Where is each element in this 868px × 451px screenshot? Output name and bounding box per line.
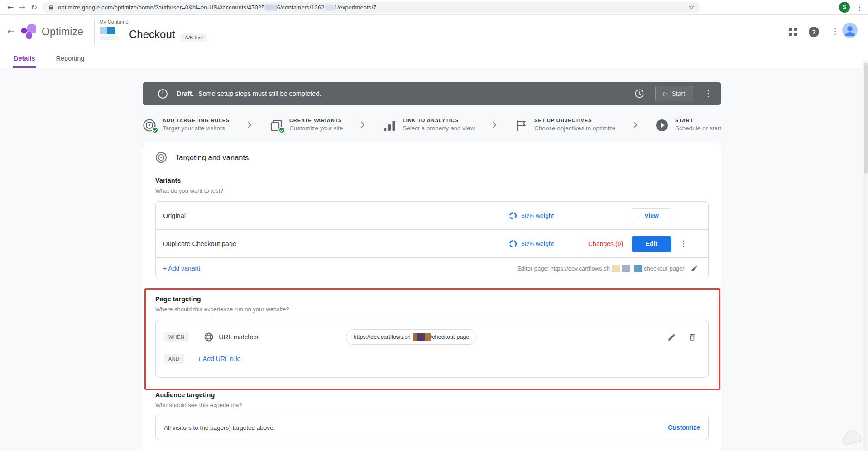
view-button[interactable]: View <box>632 208 671 223</box>
edit-rule-icon[interactable] <box>667 333 676 342</box>
step-subtitle: Choose objectives to optimize <box>534 125 615 132</box>
product-name[interactable]: Optimize <box>42 26 83 38</box>
redacted-domain <box>622 265 630 272</box>
play-circle-icon <box>655 119 669 132</box>
page-targeting-subheading: Where should this experience run on your… <box>155 306 709 313</box>
header-divider <box>94 19 95 45</box>
step-subtitle: Schedule or start <box>675 125 721 132</box>
draft-status-banner: ! Draft. Some setup steps must still be … <box>143 82 721 105</box>
url-text: optimize.google.com/optimize/home/?authu… <box>58 4 689 11</box>
user-avatar[interactable] <box>842 23 858 38</box>
scrollbar-thumb[interactable] <box>864 63 868 174</box>
container-name-label[interactable]: My Container <box>99 19 130 24</box>
add-url-rule-link[interactable]: + Add URL rule <box>198 355 241 362</box>
url-rule-row: WHEN URL matches https://dev.cartflows.s… <box>164 329 700 345</box>
row-divider <box>577 237 577 251</box>
step-title: ADD TARGETING RULES <box>163 118 230 123</box>
variants-footer: + Add variant Editor page: https://dev.c… <box>156 258 708 279</box>
schedule-clock-icon[interactable] <box>634 89 644 99</box>
done-check-icon <box>278 127 285 133</box>
browser-reload-icon[interactable]: ↻ <box>28 1 40 13</box>
banner-menu-icon[interactable]: ⋮ <box>704 90 712 98</box>
optimize-logo-icon[interactable] <box>20 24 37 43</box>
customize-link[interactable]: Customize <box>668 424 700 431</box>
back-arrow-icon[interactable]: ← <box>7 26 14 36</box>
header-menu-icon[interactable]: ⋮ <box>831 28 839 35</box>
variants-box: Original 50% weight View Duplicate Check… <box>155 201 709 279</box>
weight-pie-icon <box>509 212 517 220</box>
lock-icon <box>48 5 54 10</box>
play-outline-icon: ▷ <box>663 90 667 97</box>
page-targeting-heading: Page targeting <box>155 295 709 303</box>
vertical-scrollbar[interactable] <box>863 60 868 451</box>
start-button[interactable]: ▷ Start <box>655 86 693 101</box>
tab-details[interactable]: Details <box>13 55 36 68</box>
apps-grid-icon[interactable] <box>789 28 797 36</box>
variants-heading: Variants <box>155 177 709 184</box>
step-chevron-icon <box>475 121 514 128</box>
step-chevron-icon <box>230 121 269 128</box>
add-variant-link[interactable]: + Add variant <box>163 265 200 272</box>
variant-row-original: Original 50% weight View <box>156 202 708 230</box>
bookmark-star-icon[interactable]: ☆ <box>689 3 695 11</box>
variants-subheading: What do you want to test? <box>155 187 709 194</box>
step-link-to-analytics[interactable]: LINK TO ANALYTICSSelect a property and v… <box>383 118 475 132</box>
redacted-account-id <box>265 5 277 10</box>
step-start[interactable]: STARTSchedule or start <box>655 118 721 132</box>
info-icon: ! <box>158 89 168 99</box>
variant-weight-link[interactable]: 50% weight <box>509 212 577 220</box>
cloud-icon <box>841 430 862 448</box>
card-title: Targeting and variants <box>175 153 249 162</box>
step-subtitle: Target your site visitors <box>163 125 230 132</box>
browser-menu-icon[interactable]: ⋮ <box>856 4 863 11</box>
redacted-url <box>425 333 431 341</box>
audience-value: All visitors to the page(s) targeted abo… <box>164 424 275 431</box>
step-set-up-objectives[interactable]: SET UP OBJECTIVESChoose objectives to op… <box>514 118 615 132</box>
browser-profile-avatar[interactable]: S <box>839 2 850 13</box>
step-chevron-icon <box>615 121 655 128</box>
redacted-container-id <box>325 5 334 10</box>
editor-page-line: Editor page: https://dev.cartflows.sh ch… <box>517 265 698 272</box>
address-bar[interactable]: optimize.google.com/optimize/home/?authu… <box>43 2 700 13</box>
step-chevron-icon <box>343 121 383 128</box>
experiment-title: Checkout <box>129 28 175 41</box>
variant-row-duplicate: Duplicate Checkout page 50% weight Chang… <box>156 230 708 258</box>
browser-toolbar-right: S ⋮ <box>839 2 863 13</box>
url-value-chip: https://dev.cartflows.sh /checkout-page <box>346 329 477 345</box>
flag-icon <box>514 119 528 132</box>
optimize-experiment-page: { "colors": { "accent_blue": "#1a73e8", … <box>0 0 868 451</box>
redacted-path <box>634 265 642 272</box>
and-chip: AND <box>164 354 184 364</box>
rule-type-label: URL matches <box>219 333 258 341</box>
tab-reporting[interactable]: Reporting <box>55 55 86 68</box>
draft-status-label: Draft. <box>177 90 194 97</box>
variant-weight-link[interactable]: 50% weight <box>509 240 577 248</box>
page-targeting-box: WHEN URL matches https://dev.cartflows.s… <box>155 320 709 378</box>
step-title: LINK TO ANALYTICS <box>403 118 475 123</box>
step-create-variants[interactable]: CREATE VARIANTSCustomize your site <box>269 118 343 132</box>
variant-name: Original <box>163 212 509 219</box>
changes-link[interactable]: Changes (0) <box>588 240 623 247</box>
when-chip: WHEN <box>164 332 189 342</box>
variants-icon <box>269 119 283 132</box>
browser-back-icon[interactable]: ← <box>5 1 16 13</box>
delete-rule-icon[interactable] <box>688 333 696 342</box>
weight-pie-icon <box>509 240 517 248</box>
profile-initial: S <box>843 4 846 10</box>
step-add-targeting-rules[interactable]: ADD TARGETING RULESTarget your site visi… <box>143 118 230 132</box>
variant-name: Duplicate Checkout page <box>163 240 509 247</box>
analytics-icon <box>383 119 396 132</box>
help-icon[interactable]: ? <box>809 27 819 37</box>
experiment-type-badge: A/B test <box>181 33 207 42</box>
edit-button[interactable]: Edit <box>632 236 671 252</box>
step-subtitle: Customize your site <box>289 125 343 132</box>
globe-icon <box>204 332 213 342</box>
targeting-and-variants-card: Targeting and variants Variants What do … <box>143 142 721 451</box>
setup-steps: ADD TARGETING RULESTarget your site visi… <box>143 111 721 138</box>
variant-menu-icon[interactable]: ⋮ <box>680 239 687 248</box>
edit-editor-page-icon[interactable] <box>691 265 698 272</box>
step-subtitle: Select a property and view <box>403 125 475 132</box>
browser-forward-icon[interactable]: → <box>16 1 28 13</box>
redacted-domain <box>612 265 620 272</box>
and-rule-row: AND + Add URL rule <box>164 354 700 364</box>
